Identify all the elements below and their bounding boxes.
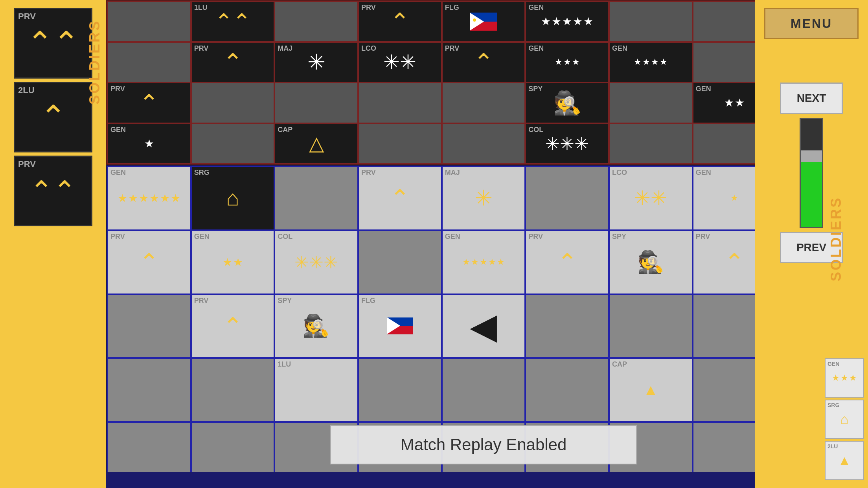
- cell-b4c6[interactable]: [525, 358, 609, 422]
- piece: ⌃: [223, 48, 243, 76]
- cell-r4c6[interactable]: COL ✳✳✳: [525, 123, 609, 164]
- cell-r3c6[interactable]: SPY 🕵: [525, 83, 609, 123]
- cell-r3c5[interactable]: [442, 83, 526, 123]
- cell-r1c1[interactable]: [107, 1, 191, 42]
- match-replay-overlay: Match Replay Enabled: [330, 425, 637, 464]
- cell-r3c3[interactable]: [274, 83, 358, 123]
- cell-b4c4[interactable]: [358, 358, 442, 422]
- piece-arrow-left: ◀: [470, 305, 497, 347]
- cell-rank: GEN: [110, 126, 126, 134]
- cell-b1c5[interactable]: MAJ ✳: [442, 166, 526, 230]
- cell-b3c1[interactable]: [107, 294, 191, 358]
- cell-b1c3[interactable]: [274, 166, 358, 230]
- cell-b2c2[interactable]: GEN ★★: [191, 230, 275, 294]
- right-pieces: GEN ★ ★ ★ SRG ⌂ 2LU ▲: [825, 358, 864, 480]
- cell-r1c6[interactable]: GEN ★★★ ★★: [525, 1, 609, 42]
- cell-b3c4[interactable]: FLG: [358, 294, 442, 358]
- cell-rank: 1LU: [278, 360, 291, 369]
- cell-b1c1[interactable]: GEN ★★★ ★★★: [107, 166, 191, 230]
- cell-b2c6[interactable]: PRV ⌃: [525, 230, 609, 294]
- cell-b3c2[interactable]: PRV ⌃: [191, 294, 275, 358]
- cell-r3c2[interactable]: [191, 83, 275, 123]
- cell-r1c5[interactable]: FLG: [442, 1, 526, 42]
- match-replay-text: Match Replay Enabled: [401, 435, 567, 454]
- cell-b4c1[interactable]: [107, 358, 191, 422]
- cell-rank: MAJ: [278, 44, 292, 53]
- cell-b2c7[interactable]: SPY 🕵: [609, 230, 693, 294]
- piece: ⌃: [390, 184, 410, 212]
- left-sidebar: PRV ⌃⌃ 2LU ⌃ PRV ⌃⌃ SOLDIERS: [0, 0, 106, 488]
- cell-r2c3[interactable]: MAJ ✳: [274, 42, 358, 83]
- cell-rank: PRV: [528, 233, 543, 241]
- cell-r2c6[interactable]: GEN ★★★: [525, 42, 609, 83]
- right-piece-2lu[interactable]: 2LU ▲: [825, 441, 864, 480]
- progress-bar-container[interactable]: [800, 118, 823, 228]
- piece: ⌃: [474, 48, 493, 76]
- cell-r3c1[interactable]: PRV ⌃: [107, 83, 191, 123]
- sidebar-piece-prv-1[interactable]: PRV ⌃⌃: [14, 8, 92, 79]
- next-button[interactable]: NEXT: [780, 83, 843, 114]
- piece: ⌃: [557, 248, 577, 276]
- cell-r2c1[interactable]: [107, 42, 191, 83]
- piece: ⌃⌃: [215, 9, 251, 34]
- menu-button[interactable]: MENU: [764, 8, 859, 39]
- cell-b3c5[interactable]: ◀: [442, 294, 526, 358]
- cell-r4c1[interactable]: GEN ★: [107, 123, 191, 164]
- piece: ★: [730, 193, 738, 203]
- bottom-nav-bar: [106, 472, 861, 488]
- right-piece-gen[interactable]: GEN ★ ★ ★: [825, 358, 864, 398]
- cell-b4c2[interactable]: [191, 358, 275, 422]
- cell-r2c7[interactable]: GEN ★★ ★★: [609, 42, 693, 83]
- rank-label: 2LU: [828, 443, 838, 449]
- cell-r1c7[interactable]: [609, 1, 693, 42]
- sidebar-piece-2lu[interactable]: 2LU ⌃: [14, 82, 92, 152]
- piece: ▲: [838, 453, 851, 468]
- cell-r2c4[interactable]: LCO ✳✳: [358, 42, 442, 83]
- cell-b3c7[interactable]: [609, 294, 693, 358]
- cell-r4c3[interactable]: CAP △: [274, 123, 358, 164]
- cell-r3c7[interactable]: [609, 83, 693, 123]
- cell-rank: GEN: [528, 4, 544, 12]
- cell-b2c1[interactable]: PRV ⌃: [107, 230, 191, 294]
- piece: ✳✳: [634, 187, 667, 209]
- piece: ⌃: [139, 89, 159, 117]
- cell-b2c5[interactable]: GEN ★★★ ★★: [442, 230, 526, 294]
- rank-label: GEN: [828, 361, 839, 367]
- cell-b4c3[interactable]: 1LU: [274, 358, 358, 422]
- cell-b1c7[interactable]: LCO ✳✳: [609, 166, 693, 230]
- top-grid: 1LU ⌃⌃ PRV ⌃ FLG GEN ★★★ ★★: [106, 0, 861, 165]
- piece: ⌃: [223, 312, 243, 340]
- cell-r4c5[interactable]: [442, 123, 526, 164]
- cell-r4c2[interactable]: [191, 123, 275, 164]
- progress-bar-fill: [801, 162, 822, 227]
- cell-b4c5[interactable]: [442, 358, 526, 422]
- cell-b3c6[interactable]: [525, 294, 609, 358]
- cell-r2c2[interactable]: PRV ⌃: [191, 42, 275, 83]
- cell-r2c5[interactable]: PRV ⌃: [442, 42, 526, 83]
- cell-r1c3[interactable]: [274, 1, 358, 42]
- cell-rank: LCO: [361, 44, 376, 53]
- sidebar-piece-prv-2[interactable]: PRV ⌃⌃: [14, 156, 92, 226]
- cell-rank: GEN: [194, 233, 210, 241]
- cell-b1c2[interactable]: SRG ⌂: [191, 166, 275, 230]
- cell-r3c4[interactable]: [358, 83, 442, 123]
- cell-r4c7[interactable]: [609, 123, 693, 164]
- cell-b1c6[interactable]: [525, 166, 609, 230]
- cell-r1c4[interactable]: PRV ⌃: [358, 1, 442, 42]
- piece-spy: 🕵: [553, 90, 581, 116]
- cell-rank: GEN: [612, 44, 627, 53]
- cell-rank: PRV: [194, 44, 209, 53]
- right-soldiers-label: SOLDIERS: [828, 196, 844, 281]
- piece-spy: 🕵: [303, 313, 330, 339]
- cell-r1c2[interactable]: 1LU ⌃⌃: [191, 1, 275, 42]
- cell-b3c3[interactable]: SPY 🕵: [274, 294, 358, 358]
- cell-b2c3[interactable]: COL ✳✳✳: [274, 230, 358, 294]
- cell-b1c4[interactable]: PRV ⌃: [358, 166, 442, 230]
- piece-spy: 🕵: [637, 250, 664, 275]
- main-board: 1LU ⌃⌃ PRV ⌃ FLG GEN ★★★ ★★: [106, 0, 861, 488]
- cell-b2c4[interactable]: [358, 230, 442, 294]
- piece: ✳: [307, 50, 326, 75]
- right-piece-srg[interactable]: SRG ⌂: [825, 400, 864, 439]
- cell-r4c4[interactable]: [358, 123, 442, 164]
- cell-b4c7[interactable]: CAP ▲: [609, 358, 693, 422]
